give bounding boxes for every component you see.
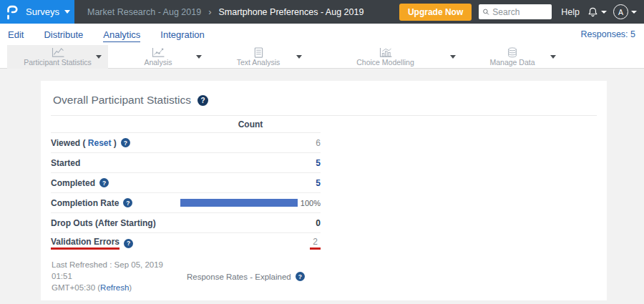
tab-dropdown-caret[interactable]	[96, 55, 102, 59]
table-header-row: Count	[51, 116, 321, 133]
tab-label: Manage Data	[489, 59, 535, 67]
tab-analysis[interactable]: Analysis	[108, 45, 208, 69]
search-icon	[482, 7, 489, 16]
tab-dropdown-caret[interactable]	[196, 55, 202, 59]
chevron-down-icon	[601, 11, 607, 14]
nav-item-integration[interactable]: Integration	[160, 27, 204, 41]
questionpro-logo-icon	[4, 4, 20, 21]
page-content: Overall Participant Statistics ? Count V…	[0, 81, 644, 304]
tab-manage-data[interactable]: Manage Data	[462, 45, 562, 69]
notifications-menu[interactable]	[587, 6, 607, 19]
breadcrumb-current: Smartphone Preferences - Aug 2019	[218, 7, 364, 17]
tab-dropdown-caret[interactable]	[450, 55, 456, 59]
row-value: 5	[316, 178, 321, 188]
tab-participant-statistics[interactable]: Participant Statistics	[7, 45, 108, 69]
help-icon[interactable]: ?	[99, 178, 109, 187]
row-label: Started	[51, 158, 80, 168]
table-footer: Last Refreshed : Sep 05, 2019 01:51 GMT+…	[51, 259, 321, 293]
search-input[interactable]	[492, 7, 548, 17]
row-label-annotated: Validation Errors	[51, 237, 119, 250]
database-icon	[504, 47, 521, 58]
row-label: Drop Outs (After Starting)	[51, 218, 156, 228]
survey-nav: Edit Distribute Analytics Integration Re…	[0, 24, 644, 45]
nav-item-distribute[interactable]: Distribute	[44, 27, 83, 41]
top-bar: Surveys Market Research - Aug 2019 › Sma…	[0, 0, 644, 24]
card-title-row: Overall Participant Statistics ?	[51, 89, 597, 116]
completion-bar-fill	[180, 199, 298, 207]
tab-dropdown-caret[interactable]	[550, 55, 556, 59]
responses-count: Responses: 5	[581, 29, 635, 39]
table-row-drop-outs: Drop Outs (After Starting) 0	[51, 213, 321, 233]
completion-rate-bar	[180, 199, 298, 207]
row-value: 6	[316, 138, 321, 148]
row-label: Completed	[51, 178, 95, 188]
tab-label: Choice Modelling	[356, 59, 414, 67]
nav-item-edit[interactable]: Edit	[8, 27, 24, 41]
page-title: Overall Participant Statistics	[53, 94, 191, 107]
table-row-completed: Completed ? 5	[51, 173, 321, 193]
row-label: Viewed (	[51, 138, 85, 148]
tab-text-analysis[interactable]: Text Analysis	[208, 45, 308, 69]
row-value: 5	[316, 158, 321, 168]
last-refreshed: Last Refreshed : Sep 05, 2019 01:51 GMT+…	[52, 259, 179, 293]
tab-dropdown-caret[interactable]	[296, 55, 302, 59]
row-label-suffix: )	[114, 138, 117, 148]
document-icon	[250, 47, 267, 58]
bell-icon	[587, 6, 599, 19]
chevron-down-icon	[64, 10, 70, 14]
row-value-annotated: 2	[310, 237, 321, 250]
tab-choice-modelling[interactable]: Choice Modelling	[308, 45, 462, 69]
help-link[interactable]: Help	[561, 7, 580, 17]
tab-label: Analysis	[144, 59, 172, 67]
avatar: A	[613, 4, 628, 19]
participant-statistics-card: Overall Participant Statistics ? Count V…	[41, 81, 607, 300]
nav-item-analytics[interactable]: Analytics	[103, 27, 140, 42]
refresh-link[interactable]: Refresh	[100, 283, 129, 292]
help-icon[interactable]: ?	[124, 239, 133, 248]
tab-label: Text Analysis	[237, 59, 280, 67]
bar-chart-icon	[377, 47, 394, 58]
row-label: Completion Rate	[51, 198, 119, 208]
table-row-started: Started 5	[51, 153, 321, 173]
last-refreshed-line2-suffix: )	[129, 283, 132, 292]
response-rates-label: Response Rates - Explained	[187, 273, 291, 281]
account-menu[interactable]: A	[613, 4, 637, 19]
response-rates-explained: Response Rates - Explained ?	[187, 260, 305, 293]
help-icon[interactable]: ?	[123, 198, 132, 207]
help-icon[interactable]: ?	[197, 95, 208, 106]
analytics-toolbar: Participant Statistics Analysis Text Ana…	[0, 45, 644, 69]
participant-statistics-table: Count Viewed ( Reset ) ? 6 Started	[51, 116, 321, 293]
table-row-validation-errors: Validation Errors ? 2	[51, 233, 321, 253]
chevron-down-icon	[631, 11, 637, 14]
table-row-completion-rate: Completion Rate ? 100%	[51, 193, 321, 213]
reset-link[interactable]: Reset	[88, 138, 112, 148]
breadcrumb-separator-icon: ›	[208, 6, 211, 17]
tab-label: Participant Statistics	[24, 59, 92, 67]
search-box	[479, 4, 552, 19]
breadcrumb-parent[interactable]: Market Research - Aug 2019	[87, 7, 201, 17]
breadcrumb: Market Research - Aug 2019 › Smartphone …	[87, 6, 399, 17]
line-chart-icon	[49, 47, 67, 58]
surveys-product-menu[interactable]: Surveys	[0, 0, 74, 24]
last-refreshed-line1: Last Refreshed : Sep 05, 2019 01:51	[52, 260, 163, 280]
count-column-header: Count	[238, 119, 263, 129]
product-name: Surveys	[26, 6, 59, 17]
last-refreshed-line2-prefix: GMT+05:30 (	[52, 283, 100, 292]
upgrade-now-button[interactable]: Upgrade Now	[399, 4, 472, 21]
help-icon[interactable]: ?	[121, 138, 130, 147]
scatter-chart-icon	[150, 47, 167, 58]
table-row-viewed: Viewed ( Reset ) ? 6	[51, 133, 321, 153]
help-icon[interactable]: ?	[296, 272, 305, 281]
row-value: 0	[316, 218, 321, 228]
row-value: 100%	[301, 199, 321, 207]
